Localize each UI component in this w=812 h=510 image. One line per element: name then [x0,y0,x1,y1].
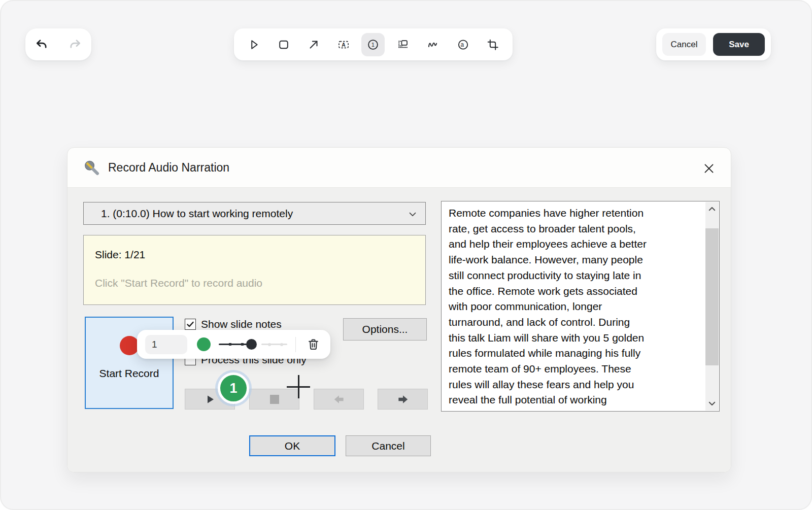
next-slide-button[interactable] [378,389,428,410]
arrow-left-icon [332,393,346,406]
editor-actions: Cancel Save [656,28,771,60]
slide-select-dropdown[interactable]: 1. (0:10.0) How to start working remotel… [83,202,426,225]
rectangle-tool-button[interactable] [272,33,295,56]
arrow-tool-button[interactable] [302,33,325,56]
ok-button[interactable]: OK [249,435,335,456]
undo-button[interactable] [31,35,52,55]
editor-save-button[interactable]: Save [713,33,765,56]
toolbar-divider [295,337,296,352]
slider-tick [268,343,271,346]
marker-number-input[interactable]: 1 [145,335,187,354]
chevron-down-icon [407,209,418,220]
stop-icon [270,395,279,404]
svg-text:a: a [460,41,464,48]
crop-tool-button[interactable] [481,33,504,56]
undo-icon [35,38,49,52]
play-icon [204,393,216,405]
slider-tick [229,343,231,346]
blur-tool-button[interactable] [391,33,415,56]
chevron-down-icon [707,399,717,408]
previous-slide-button[interactable] [314,389,364,410]
blur-tool-icon [396,38,410,51]
slider-tick [241,343,244,346]
notes-scrollbar[interactable] [705,202,719,411]
record-audio-narration-dialog: Record Audio Narration 1. (0:10.0) How t… [67,147,731,472]
start-record-label: Start Record [86,367,173,380]
draw-tool-button[interactable] [421,33,445,56]
options-button[interactable]: Options... [343,318,427,341]
checkbox-checked-icon [185,319,196,330]
microphone-icon [83,159,100,176]
select-tool-button[interactable] [242,33,265,56]
dialog-titlebar: Record Audio Narration [67,148,731,187]
scroll-down-button[interactable] [705,396,719,411]
svg-text:A: A [342,42,346,47]
slider-tick [280,343,283,346]
slide-notes-panel[interactable]: Remote companies have higher retention r… [441,201,720,412]
marker-size-slider[interactable] [219,337,287,352]
select-tool-icon [247,38,260,51]
dialog-close-button[interactable] [700,160,718,177]
slider-track-empty [261,344,287,345]
rectangle-tool-icon [277,38,290,51]
text-tool-button[interactable]: A [332,33,355,56]
show-slide-notes-checkbox[interactable]: Show slide notes [185,318,282,330]
redo-icon [68,38,82,52]
screenshot-editor-canvas: A 1 [0,0,812,510]
marker-color-swatch[interactable] [197,337,211,351]
delete-marker-button[interactable] [304,335,322,354]
text-tool-icon: A [337,38,350,51]
trash-icon [307,337,320,351]
slide-info-panel: Slide: 1/21 Click "Start Record" to reco… [83,235,426,305]
crop-tool-icon [486,38,499,51]
sticker-tool-icon: a [456,38,469,51]
scrollbar-thumb[interactable] [705,228,719,365]
redo-button[interactable] [65,35,85,55]
annotation-tools-toolbar: A 1 [234,28,513,60]
close-icon [702,161,716,176]
show-slide-notes-label: Show slide notes [201,318,282,330]
number-step-tool-button[interactable]: 1 [361,33,385,56]
number-step-tool-icon: 1 [366,38,380,51]
record-dot-icon [120,336,139,355]
draw-tool-icon [426,38,439,51]
history-toolbar [25,28,91,60]
sticker-tool-button[interactable]: a [451,33,475,56]
slide-counter: Slide: 1/21 [95,249,145,261]
step-marker-number: 1 [229,381,237,396]
arrow-right-icon [396,393,410,406]
stop-button[interactable] [249,389,299,410]
editor-cancel-button[interactable]: Cancel [662,33,706,56]
slider-thumb[interactable] [246,339,257,350]
scroll-up-button[interactable] [705,202,719,216]
step-marker-1[interactable]: 1 [218,372,249,404]
svg-text:1: 1 [371,42,375,48]
record-hint-text: Click "Start Record" to record audio [95,277,262,289]
marker-settings-toolbar: 1 [137,330,330,359]
dialog-cancel-button[interactable]: Cancel [346,435,431,456]
chevron-up-icon [707,205,717,214]
slide-notes-text: Remote companies have higher retention r… [449,206,702,408]
slide-select-value: 1. (0:10.0) How to start working remotel… [101,208,293,220]
dialog-title: Record Audio Narration [108,161,229,175]
arrow-tool-icon [307,38,320,51]
